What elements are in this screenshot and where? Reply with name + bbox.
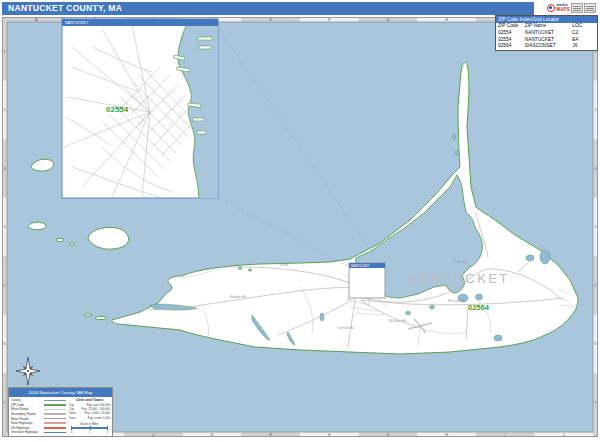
zip-loc-cell: C2	[572, 30, 597, 37]
zip-name-cell: NANTUCKET	[525, 37, 573, 44]
grid-label: 7	[4, 401, 6, 405]
city-row: TownPop. under 5,000	[69, 416, 110, 420]
grid-label: 6	[4, 342, 6, 346]
legend-line-sample	[44, 432, 66, 433]
zip-table-row: 02554 NANTUCKET E4	[496, 37, 597, 44]
grid-label: G	[386, 18, 389, 22]
legend-item-label: State Highways	[11, 421, 33, 425]
scale-tick: 0	[71, 430, 73, 434]
scale-tick: 1	[89, 430, 91, 434]
zip-code-cell: 02554	[498, 30, 525, 37]
grid-label: 7	[594, 401, 596, 405]
zip-table-row: 02564 SIASCONSET J6	[496, 43, 597, 50]
zip-table-header-row: ZIP Code ZIP Name LOC	[496, 23, 597, 30]
legend-item-label: Interstate Highways	[11, 430, 38, 434]
legend-item-label: Major Roads	[11, 417, 29, 421]
road-label: Old South Rd	[388, 319, 406, 323]
grid-label: A	[35, 18, 38, 22]
zip-loc-cell: J6	[572, 43, 597, 50]
zip-col-header: LOC	[572, 23, 597, 30]
zip-label-02554: 02554	[106, 105, 129, 114]
grid-label: 1	[4, 50, 6, 54]
legend-item-label: County	[11, 398, 21, 402]
zip-code-cell: 02564	[498, 43, 525, 50]
zip-table-row: 02554 NANTUCKET C2	[496, 30, 597, 37]
cities-header: Cities and Towns	[69, 398, 110, 402]
legend-item-label: ZIP Code	[11, 403, 24, 407]
grid-label: 6	[594, 342, 596, 346]
zip-name-cell: SIASCONSET	[525, 43, 573, 50]
road-label: Cliff Rd	[278, 263, 288, 267]
road-label: Madaket Rd	[230, 295, 247, 299]
city-type: Town	[69, 416, 76, 420]
scale-tick: 2	[106, 430, 108, 434]
map-canvas: A B C D E F G H I J A B C D E F G H I J …	[2, 17, 598, 437]
legend-symbol-list: County ZIP Code Minor Roads Secondary Ro…	[11, 398, 66, 435]
inset-map: 02554 NANTUCKET	[62, 19, 218, 198]
grid-label: 3	[594, 167, 596, 171]
logo-chip	[584, 3, 596, 13]
zip-name-cell: NANTUCKET	[525, 30, 573, 37]
grid-label: 2	[4, 108, 6, 112]
grid-label: 4	[594, 225, 596, 229]
grid-label: 5	[594, 284, 596, 288]
road-label: Surfside Rd	[338, 326, 354, 330]
county-name-label: NANTUCKET	[408, 271, 510, 286]
zip-col-header: ZIP Code	[498, 23, 525, 30]
locator-box-title: NANTUCKET	[351, 264, 370, 268]
map-legend: 2016 Nantucket County, MA Map County ZIP…	[8, 387, 113, 437]
scale-tick-labels: 0 1 2	[71, 430, 108, 434]
legend-line-sample	[44, 404, 66, 405]
zip-col-header: ZIP Name	[525, 23, 573, 30]
brand-logo: market MAPS	[534, 0, 598, 16]
zip-table-title: ZIP Code Index/Grid Locator	[496, 16, 597, 23]
grid-label: 3	[4, 167, 6, 171]
legend-cities-panel: Cities and Towns CityPop. over 100,000 C…	[66, 398, 110, 435]
legend-item-label: US Highways	[11, 426, 30, 430]
logo-brand-bottom: MAPS	[556, 8, 570, 13]
logo-mark-icon	[547, 4, 555, 12]
grid-label: E	[269, 18, 272, 22]
zip-code-cell: 02554	[498, 37, 525, 44]
zip-code-index-table: ZIP Code Index/Grid Locator ZIP Code ZIP…	[495, 15, 598, 51]
legend-line-sample	[44, 400, 66, 401]
legend-line-sample	[44, 427, 66, 428]
legend-line-sample	[44, 418, 66, 419]
legend-line-sample	[44, 413, 66, 414]
zip-loc-cell: E4	[572, 37, 597, 44]
grid-label: 5	[4, 284, 6, 288]
city-range: Pop. under 5,000	[88, 416, 110, 420]
logo-chip	[571, 3, 583, 13]
legend-line-sample	[44, 422, 66, 424]
zip-label-02564: 02564	[468, 303, 490, 312]
grid-label: 4	[4, 225, 6, 229]
road-label: Polpis Rd	[454, 260, 467, 264]
page-title: NANTUCKET COUNTY, MA	[2, 2, 534, 15]
legend-item-label: Minor Roads	[11, 407, 29, 411]
legend-title: 2016 Nantucket County, MA Map	[9, 388, 112, 397]
map-page: A B C D E F G H I J A B C D E F G H I J …	[0, 0, 600, 442]
road-label: Milestone Rd	[448, 299, 466, 303]
scale-bar	[71, 426, 108, 430]
inset-locator-box: NANTUCKET	[349, 263, 385, 298]
inset-title: NANTUCKET	[65, 21, 89, 25]
legend-line-sample	[44, 409, 66, 410]
grid-label: 2	[594, 108, 596, 112]
legend-item-label: Secondary Roads	[11, 412, 36, 416]
grid-label: H	[445, 18, 448, 22]
